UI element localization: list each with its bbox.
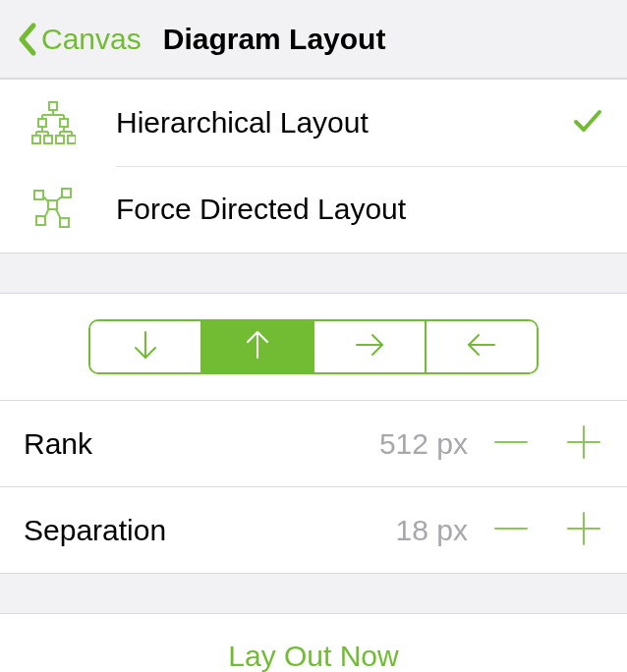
arrow-right-icon — [353, 330, 386, 364]
arrow-down-icon — [131, 328, 160, 365]
svg-line-26 — [44, 208, 49, 218]
svg-rect-20 — [34, 191, 43, 199]
nav-bar: Canvas Diagram Layout — [0, 0, 627, 79]
section-spacer — [0, 574, 627, 613]
separation-label: Separation — [24, 514, 396, 547]
svg-rect-23 — [60, 218, 69, 227]
rank-row: Rank 512 px — [0, 401, 627, 487]
rank-label: Rank — [24, 427, 379, 461]
direction-segmented-control — [88, 319, 539, 374]
svg-rect-6 — [68, 136, 76, 143]
direction-up[interactable] — [200, 321, 313, 372]
svg-line-27 — [56, 209, 61, 219]
network-icon — [24, 187, 83, 232]
arrow-left-icon — [465, 330, 498, 364]
back-button[interactable]: Canvas — [16, 22, 142, 57]
page-title: Diagram Layout — [163, 23, 386, 56]
separation-value: 18 px — [396, 514, 468, 547]
section-spacer — [0, 253, 627, 293]
separation-increment-button[interactable] — [564, 509, 603, 552]
hierarchy-icon — [24, 100, 83, 145]
layout-option-hierarchical[interactable]: Hierarchical Layout — [0, 80, 627, 166]
rank-decrement-button[interactable] — [491, 422, 531, 466]
svg-rect-3 — [32, 136, 40, 143]
svg-rect-5 — [56, 136, 64, 143]
check-icon — [572, 105, 603, 140]
lay-out-now-label: Lay Out Now — [228, 640, 398, 672]
svg-rect-2 — [60, 119, 68, 127]
separation-row: Separation 18 px — [0, 487, 627, 574]
svg-rect-1 — [38, 119, 46, 127]
chevron-left-icon — [16, 22, 37, 57]
back-label: Canvas — [41, 23, 142, 56]
direction-down[interactable] — [90, 321, 200, 372]
svg-rect-4 — [44, 136, 52, 143]
direction-section — [0, 293, 627, 401]
direction-right[interactable] — [313, 321, 425, 372]
lay-out-now-button[interactable]: Lay Out Now — [0, 613, 627, 672]
layout-option-label: Hierarchical Layout — [116, 106, 572, 140]
svg-rect-0 — [49, 102, 57, 110]
separation-stepper — [491, 509, 603, 552]
plus-icon — [564, 509, 603, 552]
plus-icon — [564, 422, 603, 466]
rank-stepper — [491, 422, 603, 466]
rank-value: 512 px — [379, 427, 468, 461]
arrow-up-icon — [243, 328, 272, 365]
layout-list: Hierarchical Layout — [0, 79, 627, 253]
minus-icon — [491, 509, 531, 552]
layout-option-force-directed[interactable]: Force Directed Layout — [0, 166, 627, 252]
rank-increment-button[interactable] — [564, 422, 603, 466]
direction-left[interactable] — [425, 321, 537, 372]
separation-decrement-button[interactable] — [491, 509, 531, 552]
minus-icon — [491, 422, 531, 466]
layout-option-label: Force Directed Layout — [116, 193, 603, 226]
